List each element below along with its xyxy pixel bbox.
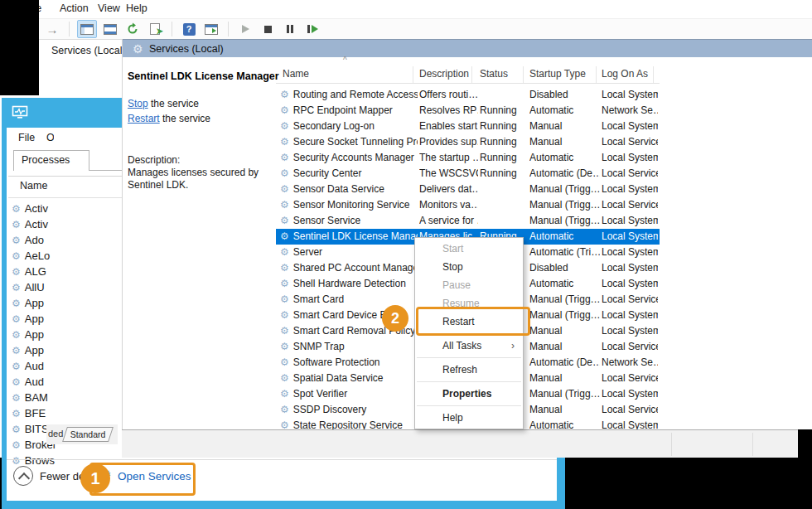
console-tree-icon: [80, 24, 94, 35]
services-menubar: File Action View Help: [0, 0, 812, 19]
context-menu-item-refresh[interactable]: Refresh: [415, 361, 523, 379]
context-menu-item-help[interactable]: Help: [415, 409, 523, 427]
column-header-startup-type[interactable]: Startup Type: [529, 68, 586, 80]
forward-button[interactable]: →: [43, 21, 61, 37]
service-gear-icon: ⚙: [280, 309, 289, 321]
action-pane-icon: [205, 24, 218, 35]
export-list-icon: ➤: [150, 23, 160, 35]
start-service-button[interactable]: [236, 21, 254, 37]
tree-item-services-local[interactable]: Services (Local): [51, 45, 126, 56]
service-gear-icon: ⚙: [280, 230, 289, 242]
tab-standard[interactable]: Standard: [62, 427, 114, 442]
service-gear-icon: ⚙: [280, 325, 289, 337]
service-gear-icon: ⚙: [280, 262, 289, 274]
service-gear-icon: ⚙: [280, 356, 289, 368]
step-1-badge: 1: [80, 463, 110, 493]
black-patch-bottom-right: [566, 458, 812, 509]
service-gear-icon: ⚙: [280, 120, 289, 132]
service-gear-icon: ⚙: [12, 376, 21, 388]
refresh-icon: [126, 22, 139, 36]
column-header-description[interactable]: Description: [419, 68, 469, 80]
service-row[interactable]: ⚙Sensor ServiceA service for …Manual (Tr…: [276, 213, 660, 229]
show-console-tree-button[interactable]: [77, 20, 97, 38]
menu-view[interactable]: View: [98, 2, 120, 14]
service-row[interactable]: ⚙Routing and Remote AccessOffers routi…D…: [276, 87, 660, 103]
service-gear-icon: ⚙: [280, 199, 289, 211]
properties-button[interactable]: [101, 21, 119, 37]
black-patch-top-left: [0, 0, 39, 95]
service-row[interactable]: ⚙Secondary Log-onEnables start…RunningMa…: [276, 119, 660, 134]
service-gear-icon: ⚙: [12, 345, 21, 356]
context-menu-item-all-tasks[interactable]: All Tasks›: [415, 337, 523, 355]
service-gear-icon: ⚙: [280, 293, 289, 305]
service-gear-icon: ⚙: [280, 215, 289, 226]
context-menu-item-pause[interactable]: Pause: [415, 276, 523, 294]
help-button[interactable]: ?: [180, 21, 198, 37]
context-menu-item-properties[interactable]: Properties: [415, 385, 523, 403]
service-gear-icon: ⚙: [12, 439, 21, 451]
service-gear-icon: ⚙: [280, 183, 289, 195]
service-row[interactable]: ⚙Sensor Data ServiceDelivers dat…Manual …: [276, 182, 660, 197]
tm-column-header-name[interactable]: Name: [20, 180, 47, 191]
help-icon: ?: [183, 23, 196, 36]
stop-service-line: Stop the service: [128, 98, 199, 109]
menu-separator: [417, 357, 521, 358]
service-gear-icon: ⚙: [12, 219, 21, 230]
service-row[interactable]: ⚙Security Accounts ManagerThe startup …R…: [276, 150, 660, 166]
fewer-details-chevron-icon[interactable]: [13, 466, 33, 486]
service-gear-icon: ⚙: [12, 329, 21, 341]
service-gear-icon: ⚙: [280, 136, 289, 148]
service-gear-icon: ⚙: [12, 235, 21, 246]
column-header-status[interactable]: Status: [480, 68, 508, 80]
service-gear-icon: ⚙: [280, 246, 289, 258]
tm-header-underline: [8, 197, 124, 198]
tm-footer-divider: [7, 459, 557, 460]
column-header-log-on-as[interactable]: Log On As: [602, 68, 648, 80]
service-gear-icon: ⚙: [12, 408, 21, 419]
tab-extended-fragment[interactable]: ded: [48, 429, 63, 439]
selected-service-title: Sentinel LDK License Manager: [128, 70, 279, 82]
service-row[interactable]: ⚙Secure Socket Tunneling Pro…Provides su…: [276, 134, 660, 150]
stop-service-link[interactable]: Stop: [128, 98, 148, 109]
context-menu-item-stop[interactable]: Stop: [415, 258, 523, 276]
forward-icon: →: [46, 22, 59, 36]
pause-service-button[interactable]: [281, 21, 299, 37]
tm-tab-processes[interactable]: Processes: [13, 150, 89, 171]
restart-service-button[interactable]: [303, 21, 321, 37]
restart-service-link[interactable]: Restart: [128, 113, 160, 124]
toolbar-separator: [228, 22, 229, 36]
export-list-button[interactable]: ➤: [146, 21, 164, 37]
service-gear-icon: ⚙: [280, 341, 289, 352]
restart-highlight-box: [416, 307, 530, 336]
tm-list-border: [8, 176, 124, 177]
menu-action[interactable]: Action: [60, 2, 89, 14]
service-gear-icon: ⚙: [280, 388, 289, 400]
menu-separator: [417, 405, 521, 406]
show-action-pane-button[interactable]: [202, 21, 220, 37]
screenshot-stage: File Action View Help → ➤ ?: [0, 0, 812, 509]
service-gear-icon: ⚙: [280, 104, 289, 116]
services-toolbar: → ➤ ?: [0, 19, 812, 40]
service-row[interactable]: ⚙Sensor Monitoring ServiceMonitors va…Ma…: [276, 197, 660, 213]
services-header-strip: ⚙ Services (Local): [123, 39, 812, 57]
refresh-button[interactable]: [123, 21, 142, 37]
submenu-arrow-icon: ›: [511, 337, 515, 355]
service-gear-icon: ⚙: [280, 89, 289, 100]
tm-menu-options-clipped[interactable]: O: [46, 132, 54, 145]
service-gear-icon: ⚙: [280, 372, 289, 384]
column-header-name[interactable]: Name: [283, 68, 309, 80]
tm-menu-file[interactable]: File: [18, 132, 35, 143]
services-gear-icon: ⚙: [133, 42, 143, 56]
description-text: Manages licenses secured by Sentinel LDK…: [128, 167, 277, 191]
stop-service-button[interactable]: [259, 21, 277, 37]
service-row[interactable]: ⚙Security CenterThe WSCSVC…RunningAutoma…: [276, 166, 660, 182]
tm-tabstrip-line: [89, 170, 126, 171]
service-gear-icon: ⚙: [280, 419, 289, 429]
toolbar-separator: [172, 22, 172, 36]
service-row[interactable]: ⚙RPC Endpoint MapperResolves RP…RunningA…: [276, 103, 660, 119]
sort-ascending-icon: ^: [343, 56, 347, 65]
menu-help[interactable]: Help: [126, 2, 147, 14]
service-gear-icon: ⚙: [280, 278, 289, 289]
service-gear-icon: ⚙: [12, 266, 21, 278]
context-menu-item-start[interactable]: Start: [415, 240, 523, 258]
